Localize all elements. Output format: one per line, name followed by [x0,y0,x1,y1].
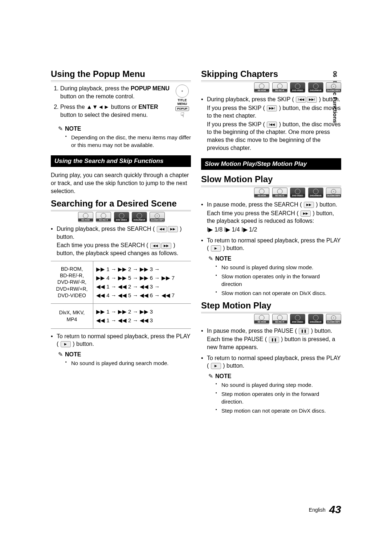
skip-bullet-1: During playback, press the SKIP ( I◀◀▶▶I… [201,95,341,152]
slow-note-1: No sound is played during slow mode. [216,263,341,271]
badge-dvdvideo [290,82,305,93]
heading-search-scene: Searching for a Desired Scene [51,199,191,210]
bar-heading-search-skip: Using the Search and Skip Functions [51,155,191,167]
heading-skipping-chapters: Skipping Chapters [201,69,341,81]
skip-prev-icon: I◀◀ [296,97,306,103]
slow-note-3: Slow motion can not operate on DivX disc… [216,289,341,297]
search-sub-line: Each time you press the SEARCH ( ◀◀▶▶ ) … [57,241,191,257]
step-note-2: Step motion operates only in the forward… [216,390,341,405]
step-bullet-2: To return to normal speed playback, pres… [201,354,341,370]
badge-dvdvideo [290,314,305,324]
slow-disc-badges [201,188,341,198]
slow-bullet-2: To return to normal speed playback, pres… [201,237,341,252]
speed-row1-value: ▶▶ 1 → ▶▶ 2 → ▶▶ 3 → ▶▶ 4 → ▶▶ 5 → ▶▶ 6 … [93,261,191,303]
rewind-icon: ◀◀ [150,243,160,249]
remote-popup-graphic: TITLE MENU POPUP ☟ [173,85,191,118]
badge-divx [326,314,341,324]
content-columns: Using the Popup Menu TITLE MENU POPUP ☟ … [51,69,341,418]
badge-dvdvideo [290,188,305,198]
note-heading: NOTE [58,351,191,358]
badge-bdrom [254,188,269,198]
popup-step-2: Press the ▲▼◄► buttons or ENTER button t… [60,103,191,119]
page-footer: English 43 [309,503,341,516]
search-bullet-1: During playback, press the SEARCH ( ◀◀▶▶… [51,225,191,257]
step-note-3: Step motion can not operate on DivX disc… [216,407,341,414]
popup-button-graphic: POPUP [175,106,189,111]
hand-pointer-icon: ☟ [173,112,191,118]
skip-prev-icon: I◀◀ [267,122,277,128]
speed-row1-label: BD-ROM, BD-RE/-R, DVD-RW/-R, DVD+RW/+R, … [51,261,93,303]
badge-bdre [272,82,287,93]
search-intro: During play, you can search quickly thro… [51,171,191,195]
skip-sub-2: If you press the SKIP ( I◀◀ ) button, th… [207,120,341,152]
step-disc-badges [201,314,341,324]
badge-bdre [272,314,287,324]
popup-note-list: Depending on the disc, the menu items ma… [51,134,191,149]
slow-bullets: In pause mode, press the SEARCH ( ▶▶ ) b… [201,201,341,252]
page: 06 Basic Functions Using the Popup Menu … [0,0,392,536]
speed-row2-label: DivX, MKV, MP4 [51,303,93,328]
step-note-1: No sound is played during step mode. [216,381,341,389]
search-note-list: No sound is played during search mode. [51,359,191,367]
slow-bullet-1: In pause mode, press the SEARCH ( ▶▶ ) b… [201,201,341,233]
ffwd-icon: ▶▶ [304,202,314,208]
bar-heading-slow-step: Slow Motion Play/Step Motion Play [201,158,341,170]
disc-icon [176,85,189,98]
popup-step-1: During playback, press the POPUP MENU bu… [60,85,191,100]
skip-next-icon: ▶▶I [267,105,277,111]
pause-icon: ❚❚ [269,337,279,343]
search-disc-badges [51,212,191,222]
right-column: Skipping Chapters During playback, press… [201,69,341,418]
badge-divx [150,212,165,222]
badge-dvdvideo [114,212,129,222]
search-bullets: During playback, press the SEARCH ( ◀◀▶▶… [51,225,191,257]
badge-dvdrw [308,188,323,198]
title-menu-label: TITLE MENU [173,98,191,106]
ffwd-icon: ▶▶ [301,210,311,217]
note-heading: NOTE [208,373,341,380]
skip-disc-badges [201,82,341,93]
pause-icon: ❚❚ [299,328,309,334]
search-return-item: To return to normal speed playback, pres… [51,332,191,348]
left-column: Using the Popup Menu TITLE MENU POPUP ☟ … [51,69,191,418]
popup-steps: During playback, press the POPUP MENU bu… [51,85,191,119]
badge-bdre [272,188,287,198]
slow-note-list: No sound is played during slow mode. Slo… [201,263,341,297]
skip-next-icon: ▶▶I [307,97,317,103]
badge-divx [326,82,341,93]
search-note-item: No sound is played during search mode. [65,359,191,367]
badge-bdrom [254,82,269,93]
badge-dvdrw [308,314,323,324]
badge-bdre [96,212,111,222]
badge-divx [326,188,341,198]
skip-bullets: During playback, press the SKIP ( I◀◀▶▶I… [201,95,341,152]
badge-bdrom [78,212,93,222]
search-return-bullet: To return to normal speed playback, pres… [51,332,191,348]
ffwd-icon: ▶▶ [168,226,178,232]
step-sub-1: Each time the PAUSE ( ❚❚ ) button is pre… [207,335,341,351]
skip-sub-1: If you press the SKIP ( ▶▶I ) button, th… [207,104,341,120]
slow-sub-1: Each time you press the SEARCH ( ▶▶ ) bu… [207,209,341,225]
heading-popup-menu: Using the Popup Menu [51,69,191,81]
badge-bdrom [254,314,269,324]
heading-slow-motion: Slow Motion Play [201,174,341,186]
step-bullets: In pause mode, press the PAUSE ( ❚❚ ) bu… [201,327,341,370]
speed-row2-value: ▶▶ 1 → ▶▶ 2 → ▶▶ 3 ◀◀ 1 → ◀◀ 2 → ◀◀ 3 [93,303,191,328]
heading-step-motion: Step Motion Play [201,300,341,312]
note-heading: NOTE [208,255,341,262]
page-number: 43 [329,503,341,515]
badge-dvdrw [132,212,147,222]
speed-table: BD-ROM, BD-RE/-R, DVD-RW/-R, DVD+RW/+R, … [51,261,191,329]
step-note-list: No sound is played during step mode. Ste… [201,381,341,414]
play-icon: ▶ [211,363,221,369]
note-heading: NOTE [58,125,191,132]
slow-speeds-line: I▶ 1/8 I▶ 1/4 I▶ 1/2 [207,226,341,234]
slow-note-2: Slow motion operates only in the forward… [216,273,341,288]
play-icon: ▶ [211,245,221,251]
table-row: BD-ROM, BD-RE/-R, DVD-RW/-R, DVD+RW/+R, … [51,261,191,303]
badge-dvdrw [308,82,323,93]
rewind-icon: ◀◀ [157,226,167,232]
table-row: DivX, MKV, MP4 ▶▶ 1 → ▶▶ 2 → ▶▶ 3 ◀◀ 1 →… [51,303,191,328]
play-icon: ▶ [61,341,71,347]
footer-language: English [309,507,326,513]
